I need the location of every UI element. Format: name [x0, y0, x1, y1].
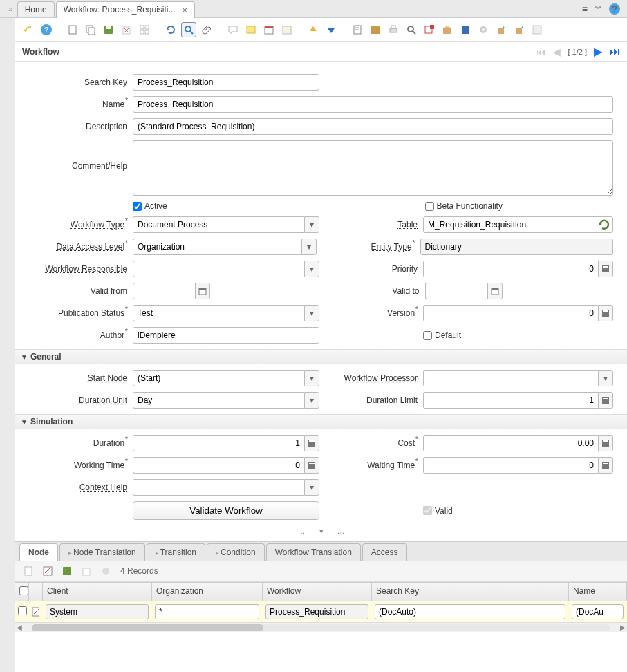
duration-unit-select[interactable]: ▾	[133, 392, 319, 409]
col-search-key[interactable]: Search Key	[372, 583, 569, 601]
tab-workflow[interactable]: Workflow: Process_Requisiti... ×	[56, 1, 195, 18]
chevron-down-icon[interactable]: ▾	[301, 239, 317, 255]
horizontal-scrollbar[interactable]: ◀ ▶	[15, 622, 627, 632]
tab-home[interactable]: Home	[17, 1, 55, 17]
active-checkbox[interactable]: Active	[133, 201, 321, 211]
gear-icon[interactable]	[476, 22, 491, 37]
duration-limit-input[interactable]	[423, 392, 598, 409]
tab-node-translation[interactable]: ▸Node Translation	[59, 543, 145, 561]
author-input[interactable]	[133, 327, 319, 344]
default-checkbox[interactable]: Default	[423, 330, 613, 340]
process-icon[interactable]	[458, 22, 473, 37]
beta-checkbox[interactable]: Beta Functionality	[425, 201, 614, 211]
tab-wf-translation[interactable]: Workflow Translation	[266, 543, 361, 561]
context-help-select[interactable]: ▾	[133, 479, 319, 496]
next-record-icon[interactable]: ▶	[594, 45, 602, 58]
cell-org[interactable]	[155, 604, 259, 619]
export-icon[interactable]	[494, 22, 509, 37]
chevron-down-icon[interactable]: ▾	[304, 305, 319, 321]
tab-node[interactable]: Node	[19, 543, 58, 561]
chevron-down-icon[interactable]: ▾	[304, 216, 319, 233]
workflow-type-select[interactable]: ▾	[133, 216, 319, 233]
help-icon[interactable]: ?	[609, 3, 620, 15]
valid-from-input[interactable]	[133, 283, 210, 299]
duration-input[interactable]	[133, 435, 304, 451]
attachment-icon[interactable]	[199, 22, 214, 37]
calendar-icon[interactable]	[195, 283, 210, 299]
delete-icon[interactable]	[119, 22, 134, 37]
process-row-icon[interactable]	[98, 563, 113, 579]
table-input[interactable]	[423, 216, 613, 233]
calculator-icon[interactable]	[598, 305, 613, 321]
collapse-icon[interactable]: ︾	[595, 3, 602, 14]
calculator-icon[interactable]	[304, 435, 319, 451]
customize-icon[interactable]	[530, 22, 545, 37]
chevron-down-icon[interactable]: ▾	[304, 370, 319, 386]
col-name[interactable]: Name	[569, 583, 627, 601]
working-time-input[interactable]	[133, 457, 304, 474]
resize-handle[interactable]: …▾…	[29, 525, 613, 537]
col-organization[interactable]: Organization	[152, 583, 263, 601]
cell-search-key[interactable]	[375, 604, 565, 619]
calendar-icon[interactable]	[261, 22, 277, 37]
calculator-icon[interactable]	[598, 392, 613, 409]
pub-status-select[interactable]: ▾	[133, 305, 319, 321]
chat-icon[interactable]	[225, 22, 241, 37]
data-access-select[interactable]: ▾	[133, 239, 317, 255]
row-checkbox[interactable]	[18, 606, 27, 615]
down-icon[interactable]	[324, 22, 339, 37]
new-icon[interactable]	[65, 22, 80, 37]
note-icon[interactable]	[243, 22, 259, 37]
tab-transition[interactable]: ▸Transition	[147, 543, 205, 561]
calculator-icon[interactable]	[598, 261, 613, 277]
calculator-icon[interactable]	[598, 435, 613, 451]
edit-row-icon[interactable]	[29, 606, 43, 618]
zoom-across-icon[interactable]	[404, 22, 419, 37]
name-input[interactable]	[133, 96, 613, 113]
chevron-down-icon[interactable]: ▾	[598, 370, 613, 386]
edit-row-icon[interactable]	[40, 563, 55, 579]
last-record-icon[interactable]: ⏭	[609, 46, 620, 58]
find-icon[interactable]	[181, 22, 196, 37]
chevron-down-icon[interactable]: ▾	[304, 261, 319, 277]
wf-responsible-select[interactable]: ▾	[133, 261, 319, 277]
refresh-link-icon[interactable]	[598, 218, 610, 231]
import-icon[interactable]	[512, 22, 527, 37]
validate-button[interactable]: Validate Workflow	[133, 501, 319, 520]
delete-row-icon[interactable]	[79, 563, 94, 579]
request-icon[interactable]	[279, 22, 294, 37]
active-wf-icon[interactable]	[422, 22, 437, 37]
help-toolbar-icon[interactable]: ?	[39, 22, 54, 37]
tab-access[interactable]: Access	[362, 543, 407, 561]
print-icon[interactable]	[386, 22, 401, 37]
wf-processor-select[interactable]: ▾	[423, 370, 613, 386]
waiting-time-input[interactable]	[423, 457, 598, 474]
tabs-overflow-icon[interactable]: »	[4, 4, 17, 14]
archive-icon[interactable]	[368, 22, 383, 37]
version-input[interactable]	[423, 305, 598, 321]
first-record-icon[interactable]: ⏮	[536, 46, 546, 57]
calculator-icon[interactable]	[304, 457, 319, 474]
start-node-select[interactable]: ▾	[133, 370, 319, 386]
description-input[interactable]	[133, 118, 613, 135]
up-icon[interactable]	[306, 22, 321, 37]
calculator-icon[interactable]	[598, 457, 613, 474]
section-simulation[interactable]: ▼Simulation	[15, 414, 627, 429]
calendar-icon[interactable]	[487, 283, 503, 299]
grid-toggle-icon[interactable]	[137, 22, 152, 37]
undo-icon[interactable]	[21, 22, 36, 37]
copy-icon[interactable]	[83, 22, 98, 37]
priority-input[interactable]	[423, 261, 598, 277]
prev-record-icon[interactable]: ◀	[553, 46, 561, 57]
section-general[interactable]: ▼General	[15, 349, 627, 364]
chevron-down-icon[interactable]: ▾	[304, 392, 319, 409]
refresh-icon[interactable]	[163, 22, 178, 37]
menu-icon[interactable]: ≡	[582, 3, 588, 15]
new-row-icon[interactable]	[21, 563, 36, 579]
col-workflow[interactable]: Workflow	[263, 583, 372, 601]
col-client[interactable]: Client	[43, 583, 152, 601]
product-icon[interactable]	[440, 22, 455, 37]
search-key-input[interactable]	[133, 74, 319, 91]
comment-input[interactable]	[133, 140, 613, 196]
cost-input[interactable]	[423, 435, 598, 451]
